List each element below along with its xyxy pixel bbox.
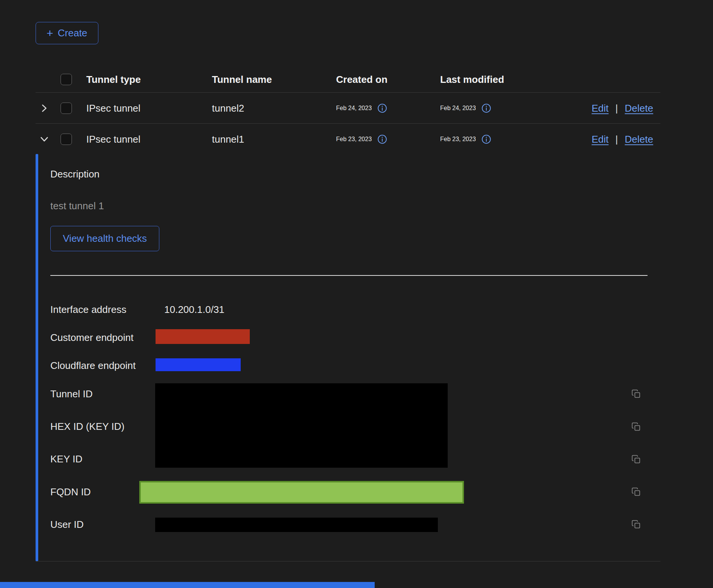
customer-endpoint-label: Customer endpoint [50, 332, 134, 344]
info-icon[interactable] [481, 134, 492, 145]
description-label: Description [50, 168, 100, 180]
tunnel-type-cell: IPsec tunnel [86, 103, 140, 114]
fqdn-id-redacted-value [139, 481, 464, 504]
column-header-tunnel-type: Tunnel type [86, 74, 141, 86]
info-icon[interactable] [377, 103, 388, 114]
last-modified-cell: Feb 24, 2023 [440, 103, 492, 114]
hex-id-label: HEX ID (KEY ID) [50, 421, 125, 432]
select-all-checkbox[interactable] [61, 74, 72, 85]
interface-address-label: Interface address [50, 304, 126, 316]
actions-separator: | [615, 134, 618, 145]
key-id-label: KEY ID [50, 453, 83, 465]
info-icon[interactable] [481, 103, 492, 114]
column-header-tunnel-name: Tunnel name [212, 74, 272, 86]
cloudflare-endpoint-redacted-value [156, 358, 241, 371]
row-checkbox[interactable] [61, 103, 72, 114]
view-health-checks-button[interactable]: View health checks [50, 226, 159, 251]
edit-link[interactable]: Edit [592, 103, 609, 114]
description-value: test tunnel 1 [50, 200, 104, 212]
header-divider [36, 92, 660, 93]
detail-divider [50, 275, 648, 276]
row-actions: Edit | Delete [592, 134, 653, 145]
column-header-created-on: Created on [336, 74, 388, 86]
copy-user-id-icon[interactable] [630, 519, 642, 530]
ids-redacted-block [155, 383, 448, 468]
tunnels-page: + Create Tunnel type Tunnel name Created… [0, 0, 713, 588]
copy-key-id-icon[interactable] [630, 454, 642, 465]
collapse-chevron-down-icon[interactable] [39, 134, 49, 144]
customer-endpoint-redacted-value [156, 329, 250, 344]
create-button-label: Create [58, 27, 87, 39]
bottom-scroll-indicator-bar[interactable] [0, 582, 375, 588]
tunnel-name-cell: tunnel2 [212, 103, 244, 114]
tunnel-name-cell: tunnel1 [212, 134, 244, 145]
row-divider [36, 123, 660, 124]
info-icon[interactable] [377, 134, 388, 145]
delete-link[interactable]: Delete [625, 103, 653, 114]
last-modified-date: Feb 24, 2023 [440, 105, 476, 112]
created-on-cell: Feb 24, 2023 [336, 103, 388, 114]
created-on-cell: Feb 23, 2023 [336, 134, 388, 145]
table-row: IPsec tunnel tunnel2 Feb 24, 2023 Feb 24… [0, 98, 713, 119]
tunnel-type-cell: IPsec tunnel [86, 134, 140, 145]
actions-separator: | [615, 103, 618, 114]
last-modified-date: Feb 23, 2023 [440, 136, 476, 143]
copy-hex-id-icon[interactable] [630, 421, 642, 432]
expand-chevron-right-icon[interactable] [39, 103, 49, 113]
interface-address-value: 10.200.1.0/31 [164, 304, 224, 316]
row-actions: Edit | Delete [592, 103, 653, 114]
user-id-redacted-value [155, 518, 438, 532]
table-header-row: Tunnel type Tunnel name Created on Last … [0, 69, 713, 90]
fqdn-id-label: FQDN ID [50, 486, 91, 498]
cloudflare-endpoint-label: Cloudflare endpoint [50, 360, 136, 372]
expanded-row-indicator-bar [36, 154, 38, 561]
edit-link[interactable]: Edit [592, 134, 609, 145]
plus-icon: + [47, 28, 53, 39]
created-on-date: Feb 23, 2023 [336, 136, 372, 143]
copy-tunnel-id-icon[interactable] [630, 388, 642, 400]
create-button[interactable]: + Create [36, 22, 98, 44]
row-checkbox[interactable] [61, 134, 72, 145]
copy-fqdn-id-icon[interactable] [630, 486, 642, 498]
user-id-label: User ID [50, 519, 84, 530]
table-row: IPsec tunnel tunnel1 Feb 23, 2023 Feb 23… [0, 129, 713, 150]
delete-link[interactable]: Delete [625, 134, 653, 145]
tunnel-id-label: Tunnel ID [50, 388, 93, 400]
last-modified-cell: Feb 23, 2023 [440, 134, 492, 145]
bottom-divider [36, 561, 660, 562]
created-on-date: Feb 24, 2023 [336, 105, 372, 112]
column-header-last-modified: Last modified [440, 74, 504, 86]
